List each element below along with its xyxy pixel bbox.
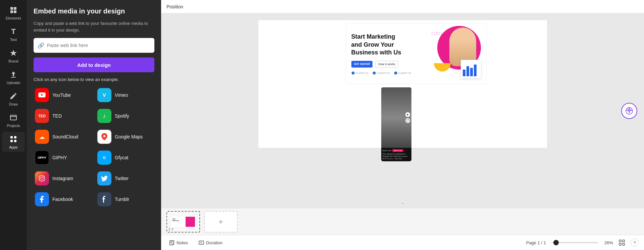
- svg-rect-8: [10, 140, 13, 142]
- projects-icon: [9, 113, 18, 122]
- gfycat-label: Gfycat: [115, 155, 128, 160]
- thumbnails-row: StartMarketing 1 ⏱ +: [161, 208, 644, 235]
- banner-how-it-works-btn[interactable]: How it works: [375, 61, 398, 68]
- embed-panel-description: Copy and paste a web link to your favour…: [34, 20, 154, 33]
- duration-icon: [199, 240, 204, 245]
- svg-rect-19: [623, 243, 625, 245]
- sidebar-item-apps[interactable]: Apps: [2, 132, 25, 152]
- sidebar-item-uploads[interactable]: Uploads: [2, 67, 25, 87]
- sidebar-item-apps-label: Apps: [9, 145, 17, 149]
- svg-rect-0: [10, 7, 13, 10]
- tiktok-card[interactable]: ♥ 💬 Watch more Watch now They rejected m…: [381, 87, 411, 161]
- svg-rect-11: [39, 176, 45, 181]
- zoom-slider-thumb[interactable]: [553, 240, 559, 245]
- media-item-instagram[interactable]: Instagram: [34, 170, 92, 187]
- url-input-wrapper: 🔗: [34, 38, 154, 53]
- media-item-spotify[interactable]: ♪ Spotify: [96, 108, 154, 124]
- sidebar-item-uploads-label: Uploads: [7, 81, 20, 85]
- googlemaps-icon: [97, 130, 111, 144]
- media-item-vimeo[interactable]: V Vimeo: [96, 87, 154, 103]
- url-input[interactable]: [47, 43, 150, 48]
- apps-icon: [9, 134, 18, 144]
- gfycat-icon: G: [97, 151, 111, 165]
- media-item-facebook[interactable]: Facebook: [34, 191, 92, 208]
- facebook-label: Facebook: [52, 197, 73, 202]
- tiktok-bottom: Watch more Watch now They rejected my ap…: [381, 148, 411, 161]
- banner-get-started-btn[interactable]: Get started: [351, 61, 373, 68]
- media-grid: YouTube V Vimeo TED TED ♪ Spotify ☁: [34, 87, 154, 208]
- sidebar-item-elements-label: Elements: [6, 16, 21, 20]
- embed-panel: ◀ Embed media in your design Copy and pa…: [27, 0, 161, 250]
- tiktok-comment-icon: 💬: [405, 118, 410, 123]
- help-button[interactable]: ?: [631, 239, 639, 247]
- add-page-button[interactable]: +: [204, 211, 238, 233]
- media-item-twitter[interactable]: Twitter: [96, 170, 154, 187]
- svg-rect-4: [11, 77, 16, 78]
- svg-rect-5: [10, 115, 16, 120]
- banner-title: Start Marketingand Grow YourBusiness wit…: [351, 33, 423, 56]
- svg-rect-16: [619, 240, 621, 242]
- mini-banner-text: StartMarketing: [172, 218, 179, 221]
- media-item-googlemaps[interactable]: Google Maps: [96, 128, 154, 145]
- add-page-icon: +: [218, 217, 223, 226]
- collapse-panel-button[interactable]: ◀: [160, 121, 161, 129]
- sidebar-item-projects-label: Projects: [7, 124, 20, 128]
- add-to-design-button[interactable]: Add to design: [34, 57, 154, 72]
- client-2-label: 🔵 CLIENT 02: [373, 72, 390, 75]
- main-area: Position Start Marketingand Grow YourBus…: [161, 0, 644, 250]
- chart-bar-3: [470, 68, 473, 76]
- grid-view-button[interactable]: [617, 238, 627, 247]
- thumbnail-1[interactable]: StartMarketing 1 ⏱: [166, 211, 200, 233]
- client-1-label: 🔵 CLIENT 01: [351, 72, 369, 75]
- canvas-scroll-down[interactable]: ⌄: [400, 199, 405, 205]
- media-item-gfycat[interactable]: G Gfycat: [96, 149, 154, 166]
- sidebar-item-brand[interactable]: Brand: [2, 46, 25, 66]
- tumblr-label: Tumblr: [115, 197, 129, 202]
- uploads-icon: [9, 70, 18, 79]
- tiktok-watch-row: Watch more Watch now: [383, 149, 410, 152]
- sidebar-item-projects[interactable]: Projects: [2, 110, 25, 130]
- chart-bar-2: [466, 66, 469, 76]
- tumblr-icon: [97, 192, 111, 206]
- banner-text-area: Start Marketingand Grow YourBusiness wit…: [351, 33, 423, 74]
- sidebar-item-draw[interactable]: Draw: [2, 89, 25, 109]
- duration-button[interactable]: Duration: [196, 239, 225, 247]
- page-num-text: 1: [168, 227, 170, 231]
- toolbar-left: Notes Duration: [166, 239, 521, 247]
- magic-button[interactable]: [621, 103, 637, 119]
- media-item-tumblr[interactable]: Tumblr: [96, 191, 154, 208]
- marketing-banner[interactable]: Start Marketingand Grow YourBusiness wit…: [346, 24, 487, 84]
- chart-bar-4: [474, 65, 477, 76]
- svg-point-12: [41, 177, 43, 180]
- svg-rect-1: [14, 7, 16, 10]
- sidebar-item-elements[interactable]: Elements: [2, 3, 25, 23]
- vimeo-label: Vimeo: [115, 92, 128, 98]
- giphy-icon: GIPHY: [35, 151, 49, 165]
- dots-decoration: [432, 32, 442, 35]
- toolbar-center: Page 1 / 1: [526, 240, 546, 245]
- svg-point-10: [103, 135, 105, 137]
- sidebar-item-draw-label: Draw: [9, 102, 18, 106]
- media-item-soundcloud[interactable]: ☁ SoundCloud: [34, 128, 92, 145]
- position-label: Position: [166, 4, 183, 9]
- youtube-label: YouTube: [52, 92, 71, 98]
- notes-icon: [169, 240, 175, 245]
- ted-icon: TED: [35, 109, 49, 123]
- tiktok-watch-btn[interactable]: Watch now: [392, 149, 403, 152]
- sidebar-item-text[interactable]: T Text: [2, 24, 25, 44]
- tiktok-heart-icon: ♥: [405, 112, 410, 117]
- facebook-icon: [35, 192, 49, 206]
- canvas-area[interactable]: Start Marketingand Grow YourBusiness wit…: [161, 13, 644, 208]
- media-item-ted[interactable]: TED TED: [34, 108, 92, 124]
- media-item-giphy[interactable]: GIPHY GIPHY: [34, 149, 92, 166]
- toolbar-right: 26% ?: [551, 238, 639, 247]
- notes-button[interactable]: Notes: [166, 239, 191, 247]
- zoom-slider[interactable]: [551, 242, 598, 243]
- sidebar-item-brand-label: Brand: [8, 59, 18, 63]
- draw-icon: [9, 91, 18, 101]
- media-item-youtube[interactable]: YouTube: [34, 87, 92, 103]
- thumbnail-1-page-num: 1 ⏱: [168, 227, 174, 231]
- svg-rect-9: [14, 140, 16, 142]
- soundcloud-icon: ☁: [35, 130, 49, 144]
- tiktok-caption: They rejected my application to Hogwarts…: [383, 153, 410, 160]
